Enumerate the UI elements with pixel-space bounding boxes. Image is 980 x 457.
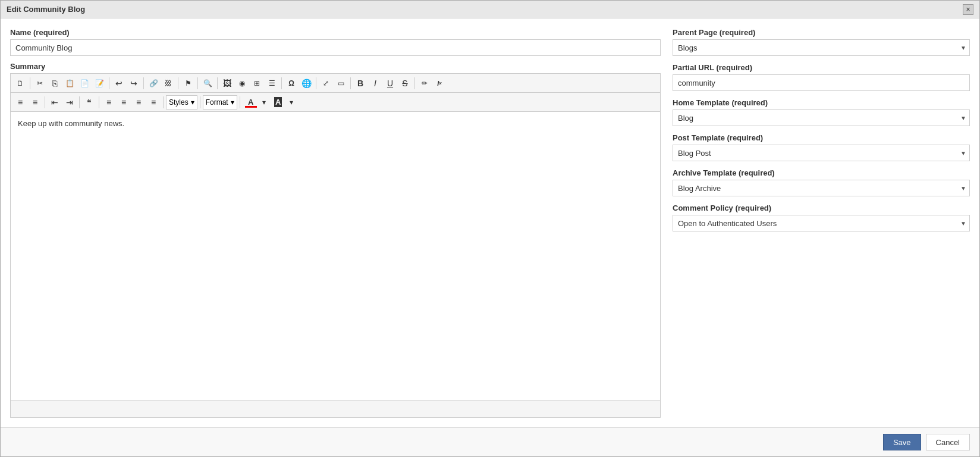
paste-word-icon[interactable]: 📝 bbox=[92, 76, 106, 90]
format-label: Format bbox=[206, 98, 228, 107]
post-template-select-wrapper: Blog Post ▼ bbox=[673, 145, 970, 161]
unlink-icon[interactable]: ⛓ bbox=[161, 76, 175, 90]
highlight-icon[interactable]: ✏ bbox=[417, 76, 432, 90]
sep-5 bbox=[197, 77, 198, 89]
sep-3 bbox=[143, 77, 144, 89]
right-panel: Parent Page (required) Blogs ▼ Partial U… bbox=[673, 28, 970, 418]
name-input[interactable] bbox=[10, 39, 661, 56]
styles-arrow-icon: ▾ bbox=[191, 98, 194, 107]
bg-color-button[interactable]: A bbox=[270, 95, 287, 109]
name-field-group: Name (required) bbox=[10, 28, 661, 56]
comment-policy-field-group: Comment Policy (required) Open to Authen… bbox=[673, 204, 970, 231]
dialog-footer: Save Cancel bbox=[1, 427, 979, 456]
expand-icon[interactable]: ⤢ bbox=[319, 76, 333, 90]
sep-1 bbox=[30, 77, 30, 89]
comment-policy-select-wrapper: Open to Authenticated Users ▼ bbox=[673, 215, 970, 231]
dialog-titlebar: Edit Community Blog × bbox=[1, 1, 979, 18]
styles-label: Styles bbox=[169, 98, 189, 107]
media-icon[interactable]: ◉ bbox=[235, 76, 249, 90]
strikethrough-icon[interactable]: S bbox=[398, 76, 412, 90]
cancel-button[interactable]: Cancel bbox=[926, 434, 970, 450]
close-button[interactable]: × bbox=[963, 4, 973, 15]
source-icon[interactable]: ▭ bbox=[334, 76, 348, 90]
rich-text-editor: 🗋 ✂ ⎘ 📋 📄 📝 ↩ ↪ 🔗 ⛓ ⚑ bbox=[10, 73, 661, 418]
archive-template-select-wrapper: Blog Archive ▼ bbox=[673, 180, 970, 196]
partial-url-input[interactable] bbox=[673, 74, 970, 91]
flag-icon[interactable]: ⚑ bbox=[181, 76, 195, 90]
parent-page-label: Parent Page (required) bbox=[673, 28, 970, 37]
parent-page-field-group: Parent Page (required) Blogs ▼ bbox=[673, 28, 970, 56]
sep-9 bbox=[350, 77, 351, 89]
bg-color-arrow-icon[interactable]: ▾ bbox=[287, 95, 296, 109]
archive-template-field-group: Archive Template (required) Blog Archive… bbox=[673, 168, 970, 196]
document-icon[interactable]: 🗋 bbox=[13, 76, 27, 90]
editor-content-area[interactable]: Keep up with community news. bbox=[11, 112, 660, 400]
indent-icon[interactable]: ⇥ bbox=[62, 95, 77, 109]
save-button[interactable]: Save bbox=[883, 434, 921, 450]
align-left-icon[interactable]: ≡ bbox=[102, 95, 116, 109]
partial-url-field-group: Partial URL (required) bbox=[673, 63, 970, 91]
unordered-list-icon[interactable]: ≡ bbox=[28, 95, 42, 109]
align-right-icon[interactable]: ≡ bbox=[131, 95, 146, 109]
archive-template-select[interactable]: Blog Archive bbox=[673, 180, 970, 196]
font-color-arrow-icon[interactable]: ▾ bbox=[260, 95, 268, 109]
paste-icon[interactable]: 📋 bbox=[62, 76, 77, 90]
bg-color-icon: A bbox=[274, 97, 282, 107]
redo-icon[interactable]: ↪ bbox=[127, 76, 141, 90]
copy-icon[interactable]: ⎘ bbox=[48, 76, 62, 90]
home-template-label: Home Template (required) bbox=[673, 98, 970, 107]
parent-page-select[interactable]: Blogs bbox=[673, 39, 970, 56]
edit-dialog: Edit Community Blog × Name (required) Su… bbox=[0, 0, 980, 457]
align-center-icon[interactable]: ≡ bbox=[117, 95, 131, 109]
sep-11 bbox=[45, 96, 45, 108]
sep-14 bbox=[163, 96, 164, 108]
post-template-field-group: Post Template (required) Blog Post ▼ bbox=[673, 133, 970, 161]
clear-format-icon[interactable]: Ix bbox=[432, 76, 447, 90]
sep-16 bbox=[240, 96, 240, 108]
sep-4 bbox=[178, 77, 178, 89]
cut-icon[interactable]: ✂ bbox=[33, 76, 47, 90]
font-color-underline bbox=[245, 106, 257, 108]
font-color-button[interactable]: A bbox=[243, 95, 259, 109]
toolbar-row-2: ≡ ≡ ⇤ ⇥ ❝ ≡ ≡ ≡ ≡ bbox=[11, 93, 660, 112]
align-justify-icon[interactable]: ≡ bbox=[146, 95, 161, 109]
left-panel: Name (required) Summary 🗋 ✂ ⎘ 📋 📄 📝 bbox=[10, 28, 661, 418]
sep-7 bbox=[281, 77, 282, 89]
globe-icon[interactable]: 🌐 bbox=[299, 76, 313, 90]
name-label: Name (required) bbox=[10, 28, 661, 37]
comment-policy-label: Comment Policy (required) bbox=[673, 204, 970, 212]
partial-url-label: Partial URL (required) bbox=[673, 63, 970, 72]
bold-icon[interactable]: B bbox=[353, 76, 368, 90]
italic-icon[interactable]: I bbox=[368, 76, 382, 90]
home-template-select[interactable]: Blog bbox=[673, 109, 970, 126]
parent-page-select-wrapper: Blogs ▼ bbox=[673, 39, 970, 56]
styles-dropdown[interactable]: Styles ▾ bbox=[166, 95, 197, 109]
sep-12 bbox=[79, 96, 80, 108]
format-dropdown[interactable]: Format ▾ bbox=[203, 95, 237, 109]
underline-icon[interactable]: U bbox=[383, 76, 397, 90]
blockquote-icon[interactable]: ❝ bbox=[82, 95, 96, 109]
outdent-icon[interactable]: ⇤ bbox=[48, 95, 62, 109]
link-icon[interactable]: 🔗 bbox=[146, 76, 161, 90]
format-arrow-icon: ▾ bbox=[231, 98, 234, 107]
editor-statusbar bbox=[11, 400, 660, 417]
editor-text: Keep up with community news. bbox=[18, 119, 124, 128]
comment-policy-select[interactable]: Open to Authenticated Users bbox=[673, 215, 970, 231]
sep-2 bbox=[109, 77, 109, 89]
list-icon[interactable]: ☰ bbox=[265, 76, 279, 90]
post-template-select[interactable]: Blog Post bbox=[673, 145, 970, 161]
find-icon[interactable]: 🔍 bbox=[200, 76, 215, 90]
sep-6 bbox=[217, 77, 218, 89]
home-template-field-group: Home Template (required) Blog ▼ bbox=[673, 98, 970, 126]
post-template-label: Post Template (required) bbox=[673, 133, 970, 142]
ordered-list-icon[interactable]: ≡ bbox=[13, 95, 27, 109]
dialog-title: Edit Community Blog bbox=[7, 5, 85, 14]
omega-icon[interactable]: Ω bbox=[284, 76, 299, 90]
undo-icon[interactable]: ↩ bbox=[112, 76, 126, 90]
summary-field-group: Summary 🗋 ✂ ⎘ 📋 📄 📝 ↩ ↪ bbox=[10, 62, 661, 418]
paste-text-icon[interactable]: 📄 bbox=[77, 76, 92, 90]
table-icon[interactable]: ⊞ bbox=[250, 76, 264, 90]
sep-13 bbox=[99, 96, 99, 108]
summary-label: Summary bbox=[10, 62, 661, 71]
image-icon[interactable]: 🖼 bbox=[220, 76, 234, 90]
